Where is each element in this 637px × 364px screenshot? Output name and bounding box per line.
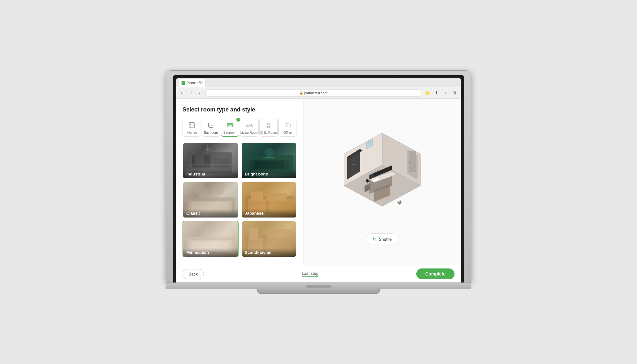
- laptop-notch: [306, 285, 331, 288]
- svg-point-26: [215, 185, 224, 195]
- child-room-label: Child Room: [260, 131, 277, 134]
- scandinavian-label: Scandinavian: [242, 248, 297, 257]
- svg-rect-4: [246, 126, 252, 127]
- room-preview-svg: [328, 124, 436, 222]
- page-title: Select room type and style: [183, 106, 297, 113]
- content-area: Select room type and style: [176, 99, 461, 265]
- svg-rect-13: [186, 164, 235, 165]
- style-scandinavian[interactable]: Scandinavian: [241, 221, 297, 257]
- lock-icon: 🔒: [299, 91, 303, 95]
- right-panel: ↻ Shuffle: [304, 99, 461, 265]
- tab-bar: P Planner 5D: [176, 78, 461, 87]
- tab-bedroom[interactable]: ✓ Bedroom: [221, 119, 239, 137]
- bathroom-label: Bathroom: [204, 131, 218, 134]
- kitchen-label: Kitchen: [186, 131, 197, 134]
- browser-tab[interactable]: P Planner 5D: [179, 79, 205, 87]
- style-grid: Industrial: [183, 142, 297, 257]
- svg-point-7: [268, 123, 269, 125]
- svg-marker-67: [397, 200, 403, 205]
- laptop-frame: P Planner 5D ⊞ ‹ › 🔒 planner5d.com: [166, 70, 471, 294]
- svg-rect-3: [227, 125, 233, 127]
- bright-boho-label: Bright boho: [242, 170, 297, 178]
- living-room-label: Living Room: [240, 131, 258, 134]
- laptop-base: [166, 283, 471, 289]
- shuffle-button[interactable]: ↻ Shuffle: [366, 233, 398, 245]
- grid-btn[interactable]: ⊞: [451, 89, 458, 96]
- svg-rect-42: [267, 229, 291, 239]
- sidebar-toggle-btn[interactable]: ⊞: [179, 89, 186, 96]
- svg-rect-14: [195, 151, 204, 166]
- svg-rect-12: [213, 158, 229, 168]
- style-industrial[interactable]: Industrial: [183, 142, 239, 179]
- browser-toolbar: ⊞ ‹ › 🔒 planner5d.com ⭐ ⬆ + ⊞: [176, 87, 461, 99]
- svg-point-62: [354, 164, 355, 165]
- svg-point-61: [352, 164, 354, 165]
- laptop-stand: [257, 289, 380, 294]
- style-minimalism[interactable]: Minimalism: [183, 221, 239, 257]
- tab-favicon: P: [182, 81, 185, 85]
- room-3d-preview: [328, 119, 436, 227]
- tab-living-room[interactable]: Living Room: [240, 119, 259, 137]
- laptop-body: P Planner 5D ⊞ ‹ › 🔒 planner5d.com: [166, 70, 471, 283]
- child-room-icon: [265, 122, 272, 130]
- bathroom-icon: [207, 122, 214, 130]
- complete-button[interactable]: Complete: [416, 268, 454, 279]
- svg-point-37: [197, 227, 200, 231]
- bedroom-icon: [226, 122, 233, 130]
- office-icon: [284, 122, 291, 130]
- tab-child-room[interactable]: Child Room: [259, 119, 278, 137]
- living-room-icon: [246, 122, 253, 130]
- bottom-bar: Back Last step Complete: [176, 265, 461, 282]
- room-type-tabs: Kitchen Bathroom: [183, 119, 297, 137]
- shuffle-icon: ↻: [373, 236, 377, 242]
- tab-office[interactable]: Office: [278, 119, 297, 137]
- svg-point-35: [211, 225, 216, 230]
- tab-bathroom[interactable]: Bathroom: [202, 119, 220, 137]
- browser-action-buttons: ⭐ ⬆ + ⊞: [424, 89, 458, 96]
- svg-point-25: [195, 185, 207, 197]
- style-bright-boho[interactable]: Bright boho: [241, 142, 297, 179]
- address-bar[interactable]: 🔒 planner5d.com: [205, 89, 421, 97]
- svg-rect-41: [249, 228, 258, 240]
- classic-label: Classic: [183, 209, 238, 218]
- japanese-label: Japanese: [242, 209, 297, 218]
- svg-rect-47: [409, 151, 416, 172]
- screen-bezel: P Planner 5D ⊞ ‹ › 🔒 planner5d.com: [173, 75, 464, 282]
- svg-point-48: [409, 162, 411, 163]
- svg-point-57: [366, 179, 369, 182]
- left-panel: Select room type and style: [176, 99, 304, 265]
- url-display: planner5d.com: [304, 91, 328, 95]
- minimalism-label: Minimalism: [183, 248, 238, 257]
- browser-window: P Planner 5D ⊞ ‹ › 🔒 planner5d.com: [176, 78, 461, 282]
- last-step-label: Last step: [302, 271, 318, 277]
- style-japanese[interactable]: Japanese: [241, 182, 297, 218]
- back-nav-btn[interactable]: ‹: [188, 89, 195, 96]
- shuffle-label: Shuffle: [379, 237, 391, 242]
- svg-point-15: [206, 148, 209, 151]
- kitchen-icon: [188, 122, 195, 130]
- svg-rect-19: [254, 161, 284, 169]
- share-btn[interactable]: ⬆: [433, 89, 440, 96]
- svg-point-20: [264, 148, 274, 157]
- svg-rect-0: [189, 123, 195, 128]
- tab-kitchen[interactable]: Kitchen: [183, 119, 201, 137]
- industrial-label: Industrial: [183, 170, 238, 178]
- new-tab-btn[interactable]: +: [442, 89, 449, 96]
- forward-nav-btn[interactable]: ›: [196, 89, 203, 96]
- svg-rect-21: [263, 157, 275, 159]
- tab-label: Planner 5D: [187, 81, 203, 85]
- bookmark-btn[interactable]: ⭐: [424, 89, 431, 96]
- svg-rect-30: [251, 191, 263, 201]
- style-classic[interactable]: Classic: [183, 182, 239, 218]
- nav-controls: ⊞ ‹ ›: [179, 89, 203, 96]
- office-label: Office: [283, 131, 292, 134]
- bedroom-label: Bedroom: [224, 131, 237, 134]
- back-button[interactable]: Back: [183, 269, 204, 279]
- svg-rect-31: [266, 193, 287, 201]
